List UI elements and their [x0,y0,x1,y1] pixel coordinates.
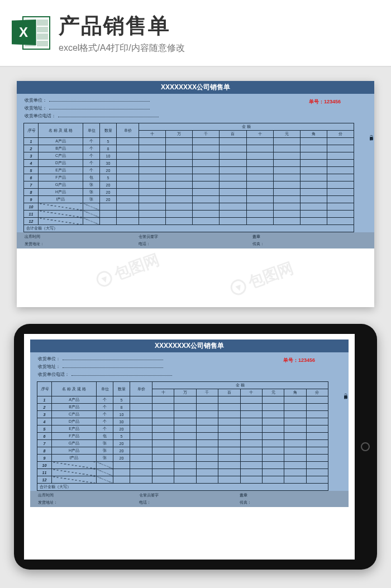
table-row: 4D产品个30 [24,160,354,167]
table-row: 3C产品个10 [24,152,354,160]
table-row: 9I产品张20 [24,196,354,203]
table-row: 6F产品包5 [24,174,354,181]
table-row: 1A产品个5 [37,396,328,404]
total-label: 合计金额（大写） [24,225,354,232]
recv-addr-label: 收货地址： [25,105,47,111]
order-number: 单号：123456 [309,98,341,106]
table-row: 7G产品张20 [24,181,354,189]
spreadsheet-preview-tablet: XXXXXXXX公司销售单 收货单位： 收货地址： 收货单位电话： 单号：123… [30,340,349,518]
page-header: X 产品销售单 excel格式/A4打印/内容随意修改 [0,0,391,67]
table-row: 12 [24,218,354,225]
table-row: 8H产品张20 [37,447,328,455]
excel-icon-letter: X [12,20,36,45]
table-row: 7G产品张20 [37,440,328,447]
form-header: 收货单位： 收货地址： 收货单位电话： 单号：123456 [17,94,374,123]
col-seq: 序号 [24,123,39,138]
sales-table: 序号 名 称 及 规 格 单位 数量 单价 金 额 十 万 千 百 十 元 角 … [23,123,354,232]
form-title: XXXXXXXX公司销售单 [17,81,374,94]
tablet-mockup: XXXXXXXX公司销售单 收货单位： 收货地址： 收货单位电话： 单号：123… [14,324,377,570]
table-row: 11 [24,211,354,218]
table-row: 5E产品个20 [24,167,354,174]
excel-icon: X [11,13,50,52]
table-row: 3C产品个10 [37,411,328,418]
tablet-home-button-icon [361,442,370,451]
watermark: ▾包图网 [227,257,297,300]
table-row: 4D产品个30 [37,418,328,426]
col-amount: 金 额 [139,123,354,131]
form-footer-1: 出库时间 仓管员签字 盖章 [17,232,374,241]
form-footer-2: 发货地址： 电话： 传真： [17,241,374,248]
table-row: 2B产品个8 [24,145,354,152]
table-row: 5E产品个20 [37,426,328,433]
table-row: 10 [37,462,328,469]
recv-tel-label: 收货单位电话： [25,113,56,119]
recv-unit-label: 收货单位： [25,97,47,103]
col-price: 单价 [117,123,139,138]
table-row: 11 [37,469,328,476]
table-row: 9I产品张20 [37,455,328,462]
watermark: ▾包图网 [93,249,163,291]
table-row: 12 [37,476,328,484]
page-subtitle: excel格式/A4打印/内容随意修改 [59,42,380,54]
page-title: 产品销售单 [59,12,380,40]
table-row: 10 [24,203,354,211]
col-qty: 数量 [100,123,117,138]
table-row: 6F产品包5 [37,433,328,440]
table-row: 2B产品个8 [37,404,328,411]
col-name: 名 称 及 规 格 [39,123,83,138]
spreadsheet-preview: XXXXXXXX公司销售单 收货单位： 收货地址： 收货单位电话： 单号：123… [17,81,374,307]
col-unit: 单位 [83,123,100,138]
table-row: 8H产品张20 [24,189,354,196]
table-row: 1A产品个5 [24,138,354,145]
